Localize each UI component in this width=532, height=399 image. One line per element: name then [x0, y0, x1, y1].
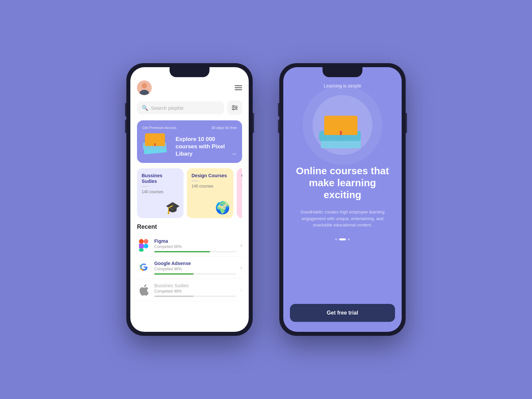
recent-item-google[interactable]: Google Adsense Competed 48% ›	[137, 257, 242, 279]
get-free-trial-button[interactable]: Get free trial	[290, 304, 395, 322]
menu-button[interactable]	[235, 85, 242, 90]
p2-cta-area: Get free trial	[283, 297, 402, 332]
search-icon: 🔍	[142, 105, 148, 111]
volume-down-button-2	[278, 120, 279, 133]
google-progress-bg	[154, 273, 236, 275]
search-bar: 🔍 Search playlist	[137, 100, 242, 115]
svg-rect-16	[139, 248, 144, 252]
power-button	[253, 113, 254, 133]
cat-divider-2	[192, 181, 198, 181]
cat-title-comp: Comp Cours	[241, 173, 242, 179]
banner-books-icon	[142, 127, 172, 157]
cat-icon-design: 🌍	[215, 201, 230, 215]
business-progress-bg	[154, 296, 236, 297]
svg-point-5	[233, 109, 234, 110]
google-arrow-icon: ›	[240, 265, 242, 271]
business-info: Bussines Sudies Competed 48%	[154, 283, 236, 297]
google-info: Google Adsense Competed 48%	[154, 261, 236, 275]
phone-2: Learning is simple Online courses that m…	[279, 63, 406, 336]
filter-button[interactable]	[227, 100, 242, 115]
figma-name: Figma	[154, 238, 236, 244]
book-top	[145, 133, 165, 146]
business-name: Bussines Sudies	[154, 283, 236, 288]
svg-point-1	[142, 83, 147, 88]
cat-count-business: 140 courses	[142, 190, 179, 194]
category-card-comp[interactable]: Comp Cours 140 co 🏠	[237, 168, 242, 218]
cat-icon-business: 🎓	[165, 201, 180, 215]
apple-logo	[137, 283, 150, 297]
cat-title-design: Design Courses	[192, 173, 229, 179]
search-input[interactable]: 🔍 Search playlist	[137, 101, 224, 114]
cat-divider	[142, 186, 148, 187]
dot-2-active	[339, 238, 346, 240]
banner-days: 30 days for free	[211, 126, 237, 130]
avatar[interactable]	[137, 80, 152, 95]
svg-rect-12	[139, 239, 144, 244]
svg-point-4	[235, 107, 237, 108]
app-header	[137, 80, 242, 95]
business-progress-fill	[154, 296, 194, 297]
volume-down-button	[125, 120, 126, 133]
google-competed: Competed 48%	[154, 267, 236, 271]
svg-point-15	[144, 244, 148, 248]
categories-list: Bussines Sudies 140 courses 🎓 Design Cou…	[137, 168, 242, 218]
recent-item-business[interactable]: Bussines Sudies Competed 48% ›	[137, 279, 242, 301]
business-competed: Competed 48%	[154, 289, 236, 294]
dot-1	[335, 238, 337, 240]
figma-info: Figma Competed 68%	[154, 238, 236, 252]
dot-3	[348, 238, 350, 240]
phone-1: 🔍 Search playlist	[126, 63, 253, 336]
svg-rect-14	[139, 244, 144, 248]
p2-book-area	[313, 95, 372, 155]
recent-title: Recent	[137, 223, 242, 230]
figma-progress-fill	[154, 251, 210, 252]
power-button-2	[406, 113, 407, 133]
volume-up-button	[125, 103, 126, 116]
google-name: Google Adsense	[154, 261, 236, 266]
recent-item-figma[interactable]: Figma Competed 68% ›	[137, 234, 242, 257]
volume-up-button-2	[278, 103, 279, 116]
cat-title-business: Bussines Sudies	[142, 173, 179, 184]
banner-arrow-icon: →	[231, 151, 237, 158]
google-logo	[137, 261, 150, 274]
p2-books-icon	[319, 102, 366, 148]
p2-book-top	[324, 116, 357, 135]
svg-rect-13	[144, 239, 148, 244]
figma-progress-bg	[154, 251, 236, 252]
cat-count-design: 140 courses	[192, 184, 229, 189]
notch-2	[323, 67, 362, 77]
cat-count-comp: 140 co	[241, 184, 242, 189]
p2-pagination-dots	[335, 238, 350, 240]
figma-competed: Competed 68%	[154, 244, 236, 249]
search-placeholder: Search playlist	[151, 105, 184, 111]
figma-logo	[137, 239, 150, 252]
category-card-design[interactable]: Design Courses 140 courses 🌍	[187, 168, 233, 218]
svg-point-3	[233, 105, 234, 107]
google-progress-fill	[154, 273, 194, 275]
p2-main-heading: Online courses that make learning exciti…	[283, 165, 402, 201]
premium-banner[interactable]: Get Premium Access 30 days for free Expl…	[137, 120, 242, 163]
business-arrow-icon: ›	[240, 287, 242, 293]
p2-sub-text: GoodHabitz creates high employee learnin…	[283, 209, 402, 228]
category-card-business[interactable]: Bussines Sudies 140 courses 🎓	[137, 168, 184, 218]
notch	[170, 67, 209, 77]
figma-arrow-icon: ›	[240, 242, 242, 248]
banner-main-text: Explore 10 000 courses with Pixel Libary	[176, 136, 237, 158]
banner-text: Explore 10 000 courses with Pixel Libary	[172, 126, 237, 158]
cat-divider-3	[241, 181, 242, 181]
